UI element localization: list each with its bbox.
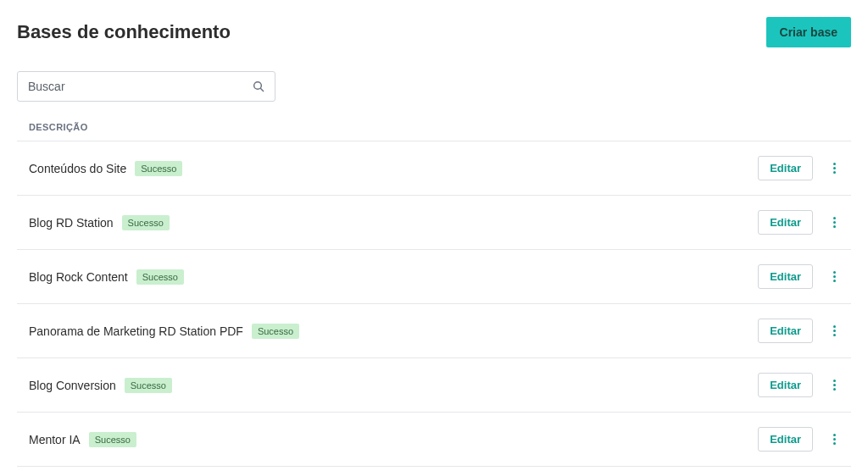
edit-button[interactable]: Editar (758, 319, 813, 343)
kebab-menu-icon[interactable] (830, 376, 839, 394)
row-name: Blog Conversion (29, 379, 116, 392)
svg-point-0 (254, 82, 262, 90)
kebab-menu-icon[interactable] (830, 430, 839, 448)
status-badge: Sucesso (122, 215, 170, 230)
table-row: Conteúdos do Site Sucesso Editar (17, 141, 851, 196)
table-row: Panorama de Marketing RD Station PDF Suc… (17, 304, 851, 358)
row-name: Blog RD Station (29, 216, 114, 230)
row-name: Panorama de Marketing RD Station PDF (29, 324, 243, 338)
page-title: Bases de conhecimento (17, 21, 231, 43)
create-base-button[interactable]: Criar base (766, 17, 851, 47)
table-row: Blog Rock Content Sucesso Editar (17, 250, 851, 304)
kebab-menu-icon[interactable] (830, 322, 839, 340)
kebab-menu-icon[interactable] (830, 268, 839, 285)
status-badge: Sucesso (136, 269, 184, 285)
status-badge: Sucesso (125, 378, 172, 393)
edit-button[interactable]: Editar (758, 427, 813, 452)
edit-button[interactable]: Editar (758, 264, 813, 289)
row-name: Blog Rock Content (29, 270, 128, 284)
column-header-description: DESCRIÇÃO (17, 115, 851, 141)
row-name: Conteúdos do Site (29, 162, 126, 175)
edit-button[interactable]: Editar (758, 156, 813, 180)
search-wrapper (17, 71, 275, 102)
table-row: Blog Conversion Sucesso Editar (17, 358, 851, 413)
status-badge: Sucesso (135, 161, 182, 176)
search-icon (252, 80, 265, 93)
table-row: Blog RD Station Sucesso Editar (17, 196, 851, 250)
search-input[interactable] (17, 71, 275, 102)
edit-button[interactable]: Editar (758, 210, 813, 235)
kebab-menu-icon[interactable] (830, 213, 839, 231)
status-badge: Sucesso (89, 432, 136, 447)
edit-button[interactable]: Editar (758, 373, 813, 397)
status-badge: Sucesso (252, 324, 299, 339)
kebab-menu-icon[interactable] (830, 159, 839, 177)
row-name: Mentor IA (29, 433, 81, 446)
svg-line-1 (260, 88, 264, 91)
table-row: Mentor IA Sucesso Editar (17, 413, 851, 467)
